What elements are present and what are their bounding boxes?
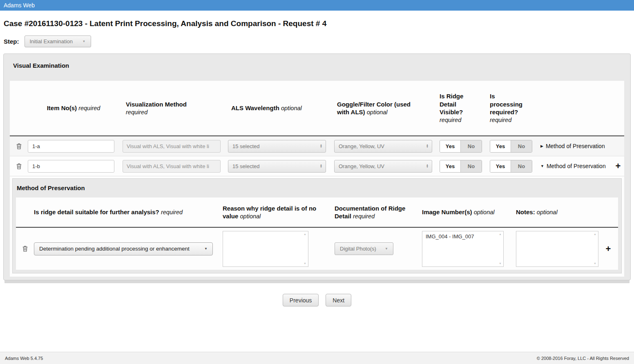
table-row: Visual with ALS, Visual with white li 15… xyxy=(10,156,624,176)
trash-icon xyxy=(22,246,28,252)
col-header-notes: Notes: optional xyxy=(504,198,598,227)
col-header-reason: Reason why ridge detail is of no value o… xyxy=(223,198,321,227)
goggle-filter-value: Orange, Yellow, UV xyxy=(339,163,384,169)
processing-required-yes-button[interactable]: Yes xyxy=(490,140,511,152)
top-bar: Adams Web xyxy=(0,0,634,11)
sub-table-header-row: Is ridge detail suitable for further ana… xyxy=(16,198,618,228)
select-arrows-icon: ▲▼ xyxy=(426,164,429,168)
col-header-suitable: Is ridge detail suitable for further ana… xyxy=(34,198,223,227)
col-header-documentation: Documentation of Ridge Detail required xyxy=(321,198,410,227)
step-select-value: Initial Examination xyxy=(30,38,73,44)
scrollbar-up-icon[interactable]: ▲ xyxy=(304,233,306,235)
als-wavelength-select[interactable]: 15 selected ▲▼ xyxy=(228,140,326,153)
method-of-preservation-toggle[interactable]: ▶ Method of Preservation xyxy=(540,143,605,149)
image-numbers-field-wrap: IMG_004 - IMG_007 ▲ ▼ xyxy=(422,231,504,267)
sub-table-row: Determination pending additional process… xyxy=(16,228,618,270)
visual-examination-title: Visual Examination xyxy=(13,62,624,69)
scrollbar-down-icon[interactable]: ▼ xyxy=(304,262,306,265)
suitability-value: Determination pending additional process… xyxy=(39,246,190,252)
notes-textarea[interactable] xyxy=(516,231,598,267)
ridge-visible-toggle: Yes No xyxy=(440,160,482,173)
footer: Adams Web 5.4.75 © 2008-2016 Foray, LLC … xyxy=(0,352,634,364)
visualization-method-field[interactable]: Visual with ALS, Visual with white li xyxy=(123,160,221,173)
method-of-preservation-label: Method of Preservation xyxy=(547,163,606,169)
visual-examination-panel: Visual Examination Item No(s) required V… xyxy=(3,53,631,280)
footer-version: Adams Web 5.4.75 xyxy=(5,356,43,361)
image-numbers-textarea[interactable]: IMG_004 - IMG_007 xyxy=(422,231,504,267)
col-header-processing-required: Is processing required? required xyxy=(486,81,535,135)
notes-field-wrap: ▲ ▼ xyxy=(516,231,598,267)
col-header-visualization-method: Visualization Method required xyxy=(119,81,224,135)
caret-down-icon: ▼ xyxy=(540,164,544,168)
ridge-visible-yes-button[interactable]: Yes xyxy=(440,140,461,152)
als-wavelength-select[interactable]: 15 selected ▲▼ xyxy=(228,160,326,173)
item-no-input[interactable] xyxy=(28,140,114,153)
scrollbar-down-icon[interactable]: ▼ xyxy=(594,262,596,265)
select-arrows-icon: ▲▼ xyxy=(320,144,322,148)
step-label: Step: xyxy=(4,38,19,45)
goggle-filter-value: Orange, Yellow, UV xyxy=(339,143,384,149)
header-spacer xyxy=(16,198,34,227)
method-of-preservation-panel: Method of Preservation Is ridge detail s… xyxy=(12,178,622,273)
caret-right-icon: ▶ xyxy=(540,144,543,148)
goggle-filter-select[interactable]: Orange, Yellow, UV ▲▼ xyxy=(334,160,432,173)
col-header-ridge-visible: Is Ridge Detail Visible? required xyxy=(435,81,486,135)
item-no-input[interactable] xyxy=(28,160,114,173)
documentation-value: Digital Photo(s) xyxy=(340,246,376,252)
ridge-visible-toggle: Yes No xyxy=(440,140,482,153)
als-wavelength-value: 15 selected xyxy=(232,143,260,149)
processing-required-toggle: Yes No xyxy=(490,160,532,173)
als-wavelength-value: 15 selected xyxy=(232,163,260,169)
method-of-preservation-title: Method of Preservation xyxy=(17,184,618,191)
visual-examination-table: Item No(s) required Visualization Method… xyxy=(10,81,624,277)
processing-required-no-button[interactable]: No xyxy=(511,160,532,172)
ridge-visible-yes-button[interactable]: Yes xyxy=(440,160,461,172)
header-spacer xyxy=(10,81,28,135)
method-of-preservation-toggle[interactable]: ▼ Method of Preservation xyxy=(540,163,606,169)
trash-icon xyxy=(16,143,22,149)
table-row: Visual with ALS, Visual with white li 15… xyxy=(10,136,624,156)
col-header-als-wavelength: ALS Wavelength optional xyxy=(224,81,329,135)
header-spacer xyxy=(612,81,624,135)
header-spacer xyxy=(598,198,618,227)
col-header-goggle-filter: Goggle/Filter Color (used with ALS) opti… xyxy=(329,81,435,135)
delete-row-button[interactable] xyxy=(16,142,22,150)
chevron-down-icon: ▼ xyxy=(385,247,388,251)
header-spacer xyxy=(535,81,612,135)
documentation-select[interactable]: Digital Photo(s) ▼ xyxy=(335,242,393,255)
add-preservation-row-button[interactable]: + xyxy=(606,244,611,253)
col-header-item-no: Item No(s) required xyxy=(28,81,119,135)
col-header-image-numbers: Image Number(s) optional xyxy=(410,198,504,227)
processing-required-no-button[interactable]: No xyxy=(511,140,532,152)
trash-icon xyxy=(16,163,22,169)
add-row-button[interactable]: + xyxy=(616,162,621,171)
page-title: Case #20161130-0123 - Latent Print Proce… xyxy=(4,19,634,28)
previous-button[interactable]: Previous xyxy=(283,294,319,306)
select-arrows-icon: ▲▼ xyxy=(320,164,322,168)
suitability-select[interactable]: Determination pending additional process… xyxy=(34,242,213,255)
step-select[interactable]: Initial Examination ▼ xyxy=(25,36,91,47)
next-button[interactable]: Next xyxy=(326,294,351,306)
app-title: Adams Web xyxy=(4,2,35,9)
scrollbar-up-icon[interactable]: ▲ xyxy=(499,233,502,235)
processing-required-yes-button[interactable]: Yes xyxy=(490,160,511,172)
ridge-visible-no-button[interactable]: No xyxy=(461,140,482,152)
wizard-nav: Previous Next xyxy=(0,294,634,306)
ridge-visible-no-button[interactable]: No xyxy=(461,160,482,172)
scrollbar-down-icon[interactable]: ▼ xyxy=(499,262,502,265)
reason-field-wrap: ▲ ▼ xyxy=(223,231,308,267)
processing-required-toggle: Yes No xyxy=(490,140,532,153)
visualization-method-field[interactable]: Visual with ALS, Visual with white li xyxy=(123,140,221,153)
method-of-preservation-table: Is ridge detail suitable for further ana… xyxy=(16,198,618,270)
reason-textarea[interactable] xyxy=(223,231,308,267)
table-header-row: Item No(s) required Visualization Method… xyxy=(10,81,624,136)
footer-copyright: © 2008-2016 Foray, LLC - All Rights Rese… xyxy=(537,356,629,361)
method-of-preservation-label: Method of Preservation xyxy=(546,143,605,149)
chevron-down-icon: ▼ xyxy=(204,247,208,251)
scrollbar-up-icon[interactable]: ▲ xyxy=(594,233,596,235)
chevron-down-icon: ▼ xyxy=(83,40,86,43)
delete-row-button[interactable] xyxy=(22,245,29,253)
select-arrows-icon: ▲▼ xyxy=(426,144,429,148)
goggle-filter-select[interactable]: Orange, Yellow, UV ▲▼ xyxy=(334,140,432,153)
delete-row-button[interactable] xyxy=(16,162,22,170)
